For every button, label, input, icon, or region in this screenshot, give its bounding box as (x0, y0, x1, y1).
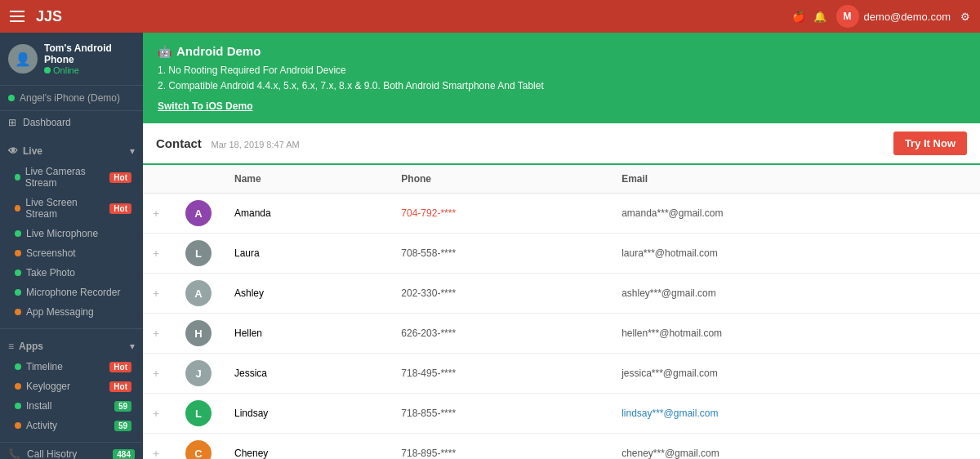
table-row: + L Lindsay 718-855-**** lindsay***@gmai… (143, 394, 980, 434)
sidebar-item-app[interactable]: Install59 (8, 396, 135, 416)
plus-icon[interactable]: + (153, 287, 159, 300)
row-email: hellen***@hotmail.com (612, 314, 980, 354)
sidebar-dashboard[interactable]: ⊞ Dashboard (0, 111, 143, 134)
contact-avatar: L (185, 240, 212, 266)
sidebar-item-live[interactable]: App Messaging (8, 302, 135, 322)
row-phone: 202-330-**** (391, 274, 612, 314)
row-avatar-cell: A (176, 194, 225, 234)
row-plus[interactable]: + (143, 434, 176, 459)
top-navbar: JJS 🍎 🔔 M demo@demo.com ⚙ (0, 0, 980, 33)
dot-icon (15, 383, 21, 390)
banner-line1: 1. No Rooting Required For Android Devic… (158, 63, 965, 94)
sidebar-item-label: Live Cameras Stream (25, 166, 105, 189)
row-plus[interactable]: + (143, 194, 176, 234)
row-name: Hellen (225, 314, 391, 354)
row-plus[interactable]: + (143, 314, 176, 354)
table-row: + H Hellen 626-203-**** hellen***@hotmai… (143, 314, 980, 354)
sidebar-item-app[interactable]: TimelineHot (8, 357, 135, 377)
brand-logo: JJS (36, 8, 62, 25)
avatar: 👤 (8, 44, 38, 74)
dot-icon (15, 422, 21, 429)
table-row: + A Amanda 704-792-**** amanda***@gmail.… (143, 194, 980, 234)
dot-icon (15, 270, 21, 276)
plus-icon[interactable]: + (153, 207, 159, 220)
table-row: + L Laura 708-558-**** laura***@hotmail.… (143, 234, 980, 274)
top-nav-right: 🍎 🔔 M demo@demo.com ⚙ (792, 5, 970, 28)
sidebar-item-live[interactable]: Live Screen StreamHot (8, 193, 135, 224)
row-avatar-cell: H (176, 314, 225, 354)
sidebar-item-label: Live Screen Stream (25, 197, 105, 220)
sidebar-item-live[interactable]: Screenshot (8, 243, 135, 263)
main-content: 🤖 Android Demo 1. No Rooting Required Fo… (143, 33, 980, 459)
sidebar-item-live[interactable]: Live Cameras StreamHot (8, 162, 135, 193)
dot-icon (15, 174, 20, 180)
contact-avatar: J (185, 360, 212, 386)
sidebar-live-header[interactable]: 👁 Live ▾ (8, 140, 135, 162)
apps-chevron: ▾ (130, 341, 135, 352)
contact-avatar: C (185, 440, 212, 459)
hamburger-menu[interactable] (10, 11, 24, 22)
row-phone: 718-855-**** (391, 394, 612, 434)
nav-icon: 📞 (8, 448, 20, 459)
badge-hot: Hot (109, 362, 131, 372)
contact-avatar: A (185, 280, 212, 306)
plus-icon[interactable]: + (153, 247, 159, 260)
col-name: Name (225, 165, 391, 194)
notification-icon[interactable]: 🔔 (813, 11, 826, 23)
sidebar-live-section: 👁 Live ▾ Live Cameras StreamHotLive Scre… (0, 134, 143, 329)
sidebar-item-label: Screenshot (26, 247, 76, 259)
sidebar-item-label: Activity (26, 420, 57, 431)
sidebar-item-live[interactable]: Take Photo (8, 263, 135, 283)
sidebar-item-label: Microphone Recorder (26, 287, 120, 298)
sidebar-item-app[interactable]: KeyloggerHot (8, 377, 135, 396)
plus-icon[interactable]: + (153, 367, 159, 380)
banner-title: 🤖 Android Demo (158, 44, 965, 58)
row-plus[interactable]: + (143, 274, 176, 314)
contact-table: Name Phone Email + A Amanda 704-792-****… (143, 165, 980, 459)
badge-hot: Hot (109, 381, 131, 392)
row-plus[interactable]: + (143, 394, 176, 434)
sidebar-apps-header[interactable]: ≡ Apps ▾ (8, 336, 135, 357)
sidebar-nav-item[interactable]: 📞Call Hisotry484 (0, 443, 143, 459)
contact-date: Mar 18, 2019 8:47 AM (211, 140, 299, 149)
row-plus[interactable]: + (143, 354, 176, 394)
share-icon[interactable]: ⚙ (960, 11, 970, 23)
row-avatar-cell: C (176, 434, 225, 459)
col-email: Email (612, 165, 980, 194)
sidebar-nav-label: Call Hisotry (27, 448, 77, 459)
plus-icon[interactable]: + (153, 447, 159, 459)
apple-icon[interactable]: 🍎 (792, 11, 805, 23)
row-email: amanda***@gmail.com (612, 194, 980, 234)
row-email: lindsay***@gmail.com (612, 394, 980, 434)
sidebar-device2[interactable]: Angel's iPhone (Demo) (0, 86, 143, 111)
row-name: Cheney (225, 434, 391, 459)
sidebar-apps-items: TimelineHotKeyloggerHotInstall59Activity… (8, 357, 135, 435)
table-row: + J Jessica 718-495-**** jessica***@gmai… (143, 354, 980, 394)
table-header-row: Name Phone Email (143, 165, 980, 194)
row-avatar-cell: L (176, 234, 225, 274)
nav-icons: 🍎 🔔 (792, 11, 826, 23)
row-plus[interactable]: + (143, 234, 176, 274)
user-email[interactable]: demo@demo.com (864, 11, 951, 23)
plus-icon[interactable]: + (153, 407, 159, 420)
badge-hot: Hot (109, 172, 131, 183)
contact-title: Contact (156, 136, 202, 150)
sidebar-item-app[interactable]: Activity59 (8, 416, 135, 435)
sidebar-item-live[interactable]: Microphone Recorder (8, 283, 135, 302)
row-phone: 626-203-**** (391, 314, 612, 354)
sidebar-item-live[interactable]: Live Microphone (8, 224, 135, 243)
row-avatar-cell: L (176, 394, 225, 434)
row-avatar-cell: A (176, 274, 225, 314)
table-row: + A Ashley 202-330-**** ashley***@gmail.… (143, 274, 980, 314)
badge-num: 484 (113, 449, 135, 460)
ios-demo-link[interactable]: Switch To iOS Demo (158, 100, 252, 112)
sidebar-user: 👤 Tom's Android Phone Online (0, 33, 143, 86)
android-icon: 🤖 (158, 45, 172, 58)
plus-icon[interactable]: + (153, 327, 159, 340)
try-now-button[interactable]: Try It Now (893, 131, 967, 155)
row-email: jessica***@gmail.com (612, 354, 980, 394)
device-name: Tom's Android Phone (44, 42, 135, 65)
sidebar-live-items: Live Cameras StreamHotLive Screen Stream… (8, 162, 135, 322)
android-banner: 🤖 Android Demo 1. No Rooting Required Fo… (143, 33, 980, 123)
status-dot (44, 67, 51, 74)
